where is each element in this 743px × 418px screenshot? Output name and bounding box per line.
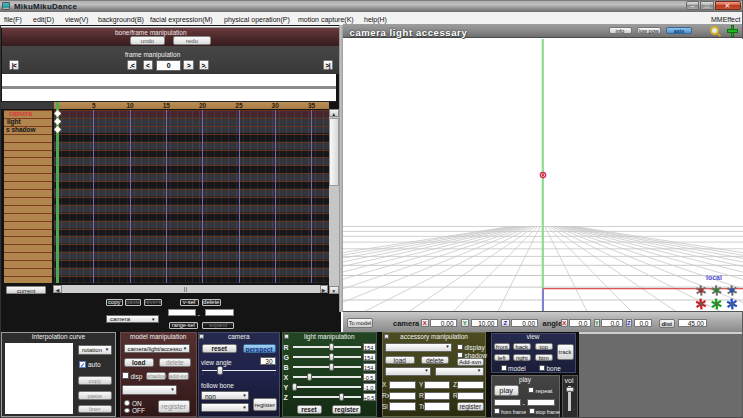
svg-text:local: local bbox=[706, 273, 722, 280]
